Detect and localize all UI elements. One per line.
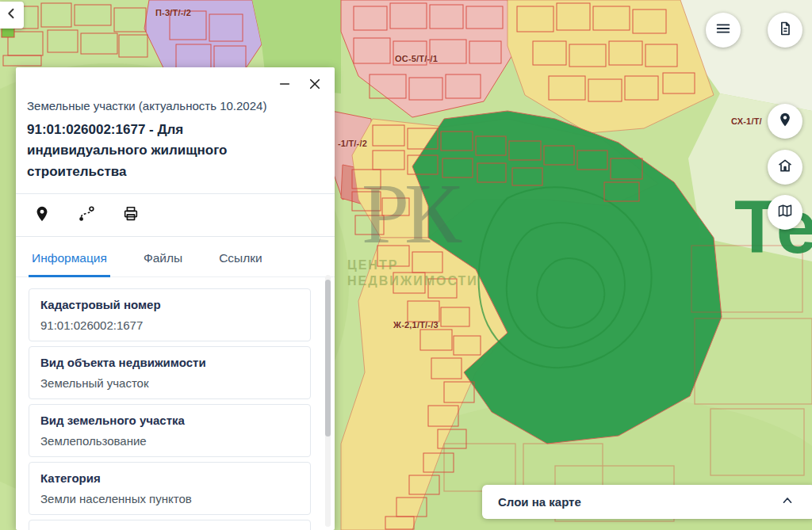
show-on-map-button[interactable] <box>32 205 52 226</box>
field-label: Кадастровый номер <box>40 298 299 311</box>
locate-button[interactable] <box>768 104 802 139</box>
layers-panel[interactable]: Слои на карте <box>482 485 812 519</box>
document-icon <box>777 21 793 40</box>
tab-links[interactable]: Ссылки <box>216 246 266 276</box>
route-button[interactable] <box>76 205 97 226</box>
layers-panel-label: Слои на карте <box>498 495 581 509</box>
zone-label: Ж-2,1/Т/-/3 <box>393 320 439 330</box>
print-button[interactable] <box>121 205 141 226</box>
document-button[interactable] <box>768 13 802 48</box>
field-parcel-kind: Вид земельного участка Землепользование <box>29 404 311 457</box>
zone-label: -1/Т/-/2 <box>338 139 367 148</box>
route-icon <box>78 205 95 226</box>
zone-label: ОС-5/Т/-/1 <box>395 54 438 63</box>
scrollbar-track[interactable] <box>325 275 331 527</box>
field-value: Земли населенных пунктов <box>40 492 299 505</box>
info-content: Кадастровый номер 91:01:026002:1677 Вид … <box>16 277 335 530</box>
chevron-up-icon[interactable] <box>780 494 795 511</box>
map-app: { "map": { "zone_labels": [ { "text": "П… <box>0 0 812 530</box>
field-value: Землепользование <box>40 434 299 448</box>
open-map-icon <box>777 203 793 222</box>
tab-files[interactable]: Файлы <box>140 246 186 276</box>
location-pin-icon <box>33 205 51 226</box>
parcel-title: 91:01:026002:1677 - Для индивидуального … <box>27 120 297 182</box>
hamburger-icon <box>714 20 732 40</box>
field-label: Вид объекта недвижимости <box>40 356 299 369</box>
basemap-button[interactable] <box>768 195 802 230</box>
field-value: 91:01:026002:1677 <box>40 318 299 332</box>
field-partial <box>29 520 311 530</box>
minimize-icon <box>278 78 291 93</box>
close-button[interactable] <box>304 75 325 96</box>
close-icon <box>308 77 322 94</box>
field-category: Категория Земли населенных пунктов <box>29 462 311 515</box>
chevron-left-icon <box>5 6 19 24</box>
tab-information[interactable]: Информация <box>29 246 110 277</box>
scrollbar-thumb[interactable] <box>325 280 331 437</box>
field-value: Земельный участок <box>40 376 299 390</box>
parcel-info-panel: Земельные участки (актуальность 10.2024)… <box>16 67 335 530</box>
minimize-button[interactable] <box>274 75 295 96</box>
printer-icon <box>122 205 140 226</box>
field-label: Категория <box>40 471 299 485</box>
home-button[interactable] <box>768 150 802 185</box>
layer-subtitle: Земельные участки (актуальность 10.2024) <box>27 99 297 112</box>
menu-button[interactable] <box>706 13 741 48</box>
field-cadastral-number: Кадастровый номер 91:01:026002:1677 <box>29 288 311 341</box>
tabs: Информация Файлы Ссылки <box>16 237 335 277</box>
zone-label: СХ-1/Т/ <box>731 116 762 126</box>
home-icon <box>777 158 793 177</box>
zone-label: П-3/Т/-/2 <box>155 8 191 17</box>
back-button[interactable] <box>0 2 24 29</box>
field-object-kind: Вид объекта недвижимости Земельный участ… <box>29 346 311 399</box>
field-label: Вид земельного участка <box>40 414 299 427</box>
location-pin-icon <box>777 112 793 131</box>
